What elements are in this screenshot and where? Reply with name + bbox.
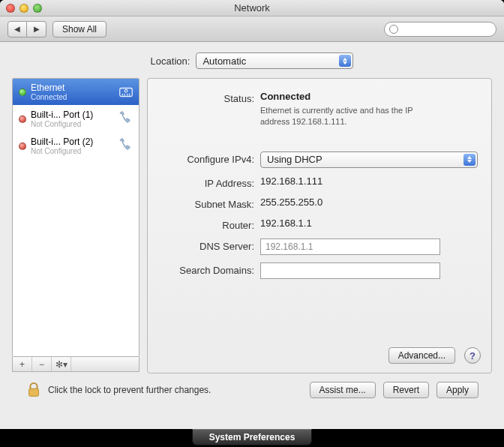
titlebar[interactable]: Network xyxy=(0,0,504,16)
ip-value: 192.168.1.111 xyxy=(260,176,478,189)
service-modem-2[interactable]: Built-i... Port (2) Not Configured xyxy=(13,133,139,160)
subnet-label: Subnet Mask: xyxy=(161,196,260,210)
detail-panel: Status: Connected Ethernet is currently … xyxy=(147,78,492,374)
nav-segment: ◀ ▶ xyxy=(8,21,46,38)
dns-label: DNS Server: xyxy=(161,238,260,255)
router-value: 192.168.1.1 xyxy=(260,218,478,231)
configure-row: Configure IPv4: Using DHCP xyxy=(161,152,478,168)
dns-input[interactable] xyxy=(260,238,440,255)
location-select[interactable]: Automatic xyxy=(196,52,353,69)
service-text: Ethernet Connected xyxy=(31,82,113,101)
show-all-button[interactable]: Show All xyxy=(52,21,106,38)
svg-rect-2 xyxy=(29,388,39,396)
chevron-updown-icon xyxy=(339,55,351,67)
status-desc: Ethernet is currently active and has the… xyxy=(260,105,440,128)
toolbar: ◀ ▶ Show All xyxy=(0,16,504,42)
dock-label: System Preferences xyxy=(192,429,312,446)
remove-service-button[interactable]: − xyxy=(32,357,52,371)
service-status: Not Configured xyxy=(31,147,113,155)
lock-icon[interactable] xyxy=(26,381,42,399)
window-title: Network xyxy=(0,2,504,14)
help-button[interactable]: ? xyxy=(464,347,481,364)
status-label: Status: xyxy=(161,91,260,128)
service-status: Not Configured xyxy=(31,120,113,128)
phone-icon xyxy=(118,111,134,128)
footer: Click the lock to prevent further change… xyxy=(12,374,492,406)
ip-label: IP Address: xyxy=(161,176,260,189)
location-row: Location: Automatic xyxy=(12,52,492,69)
status-value: Connected xyxy=(260,91,478,102)
footer-buttons: Assist me... Revert Apply xyxy=(310,382,478,398)
status-dot-icon xyxy=(19,142,26,150)
service-name: Built-i... Port (2) xyxy=(31,136,113,147)
search-domains-input[interactable] xyxy=(260,262,440,279)
search-domains-row: Search Domains: xyxy=(161,262,478,279)
phone-icon xyxy=(118,138,134,154)
add-service-button[interactable]: + xyxy=(13,357,32,371)
status-row: Status: Connected Ethernet is currently … xyxy=(161,91,478,128)
forward-button[interactable]: ▶ xyxy=(27,21,46,38)
main-row: Ethernet Connected Built-i... Port (1) N… xyxy=(12,78,492,374)
service-name: Built-i... Port (1) xyxy=(31,110,113,120)
revert-button[interactable]: Revert xyxy=(383,382,429,398)
service-sidebar: Ethernet Connected Built-i... Port (1) N… xyxy=(12,78,140,374)
service-text: Built-i... Port (2) Not Configured xyxy=(31,136,113,155)
ethernet-icon xyxy=(118,84,134,100)
status-value-block: Connected Ethernet is currently active a… xyxy=(260,91,478,128)
apply-button[interactable]: Apply xyxy=(436,382,478,398)
service-modem-1[interactable]: Built-i... Port (1) Not Configured xyxy=(13,106,139,133)
configure-label: Configure IPv4: xyxy=(161,152,260,168)
search-input[interactable] xyxy=(384,22,496,37)
service-actions-button[interactable]: ✻▾ xyxy=(52,357,71,371)
location-value: Automatic xyxy=(202,56,246,67)
service-name: Ethernet xyxy=(31,82,113,93)
configure-select[interactable]: Using DHCP xyxy=(260,152,478,168)
chevron-updown-icon xyxy=(464,154,476,166)
service-ethernet[interactable]: Ethernet Connected xyxy=(13,79,139,106)
dns-row: DNS Server: xyxy=(161,238,478,255)
ip-row: IP Address: 192.168.1.111 xyxy=(161,176,478,189)
assist-button[interactable]: Assist me... xyxy=(310,382,376,398)
content: Location: Automatic Ethernet Connected xyxy=(0,42,504,412)
list-buttons: + − ✻▾ xyxy=(12,357,140,372)
network-window: Network ◀ ▶ Show All Location: Automatic xyxy=(0,0,504,429)
search-domains-label: Search Domains: xyxy=(161,262,260,279)
status-dot-icon xyxy=(19,116,26,123)
router-label: Router: xyxy=(161,218,260,231)
configure-value: Using DHCP xyxy=(267,154,322,165)
subnet-value: 255.255.255.0 xyxy=(260,196,478,210)
status-dot-icon xyxy=(19,88,26,96)
subnet-row: Subnet Mask: 255.255.255.0 xyxy=(161,196,478,210)
service-text: Built-i... Port (1) Not Configured xyxy=(31,110,113,128)
router-row: Router: 192.168.1.1 xyxy=(161,218,478,231)
location-label: Location: xyxy=(151,56,190,67)
back-button[interactable]: ◀ xyxy=(8,21,27,38)
lock-hint: Click the lock to prevent further change… xyxy=(48,385,304,395)
svg-point-1 xyxy=(124,89,128,92)
service-list[interactable]: Ethernet Connected Built-i... Port (1) N… xyxy=(12,78,140,357)
advanced-button[interactable]: Advanced... xyxy=(388,347,455,364)
service-status: Connected xyxy=(31,93,113,101)
